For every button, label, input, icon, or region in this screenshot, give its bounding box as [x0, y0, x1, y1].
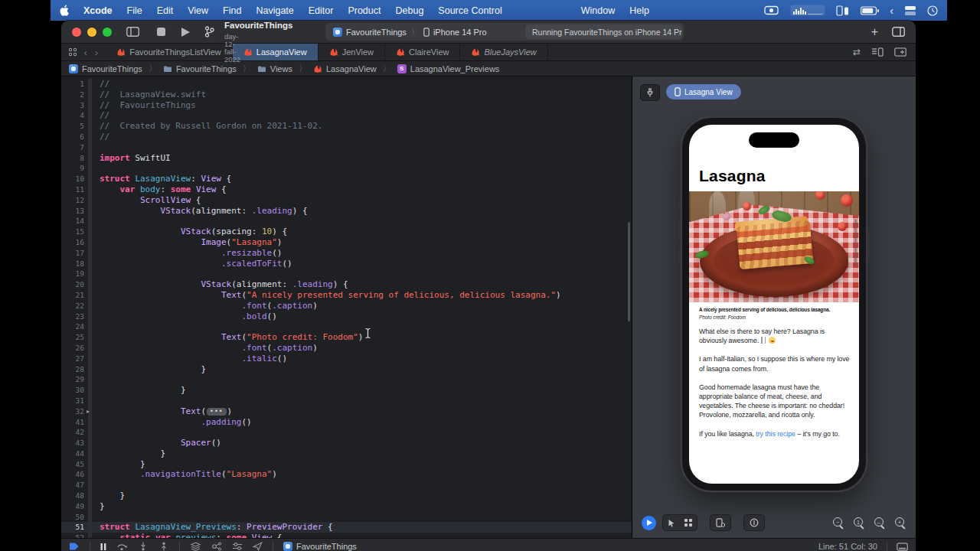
- line-number[interactable]: 7: [61, 142, 88, 153]
- apple-menu[interactable]: [60, 5, 70, 16]
- code-line[interactable]: 16 Image("Lasagna"): [61, 237, 632, 248]
- device-settings-button[interactable]: [710, 514, 731, 531]
- menu-view[interactable]: View: [188, 5, 208, 16]
- line-number[interactable]: 49: [61, 501, 88, 512]
- line-number[interactable]: 47: [61, 480, 88, 491]
- code-line[interactable]: 4//: [61, 110, 632, 121]
- zoom-in-button[interactable]: +: [894, 517, 906, 529]
- zoom-to-fit-button[interactable]: ↔: [874, 517, 886, 529]
- line-number[interactable]: 28: [61, 364, 88, 375]
- code-line[interactable]: 43 Spacer(): [61, 438, 632, 448]
- live-preview-button[interactable]: [642, 516, 656, 530]
- code-line[interactable]: 21 Text("A nicely presented serving of d…: [61, 290, 632, 301]
- line-number[interactable]: 11: [61, 184, 88, 195]
- code-line[interactable]: 41 .padding(): [61, 417, 632, 428]
- menu-product[interactable]: Product: [348, 5, 381, 16]
- battery-icon[interactable]: [861, 6, 879, 15]
- line-number[interactable]: 32: [61, 406, 88, 417]
- display-arrangement-icon[interactable]: [904, 5, 916, 16]
- breadcrumb-item-lasagnaview-previews[interactable]: SLasagnaView_Previews: [397, 64, 500, 73]
- code-line[interactable]: 32▸ Text(•••): [61, 406, 632, 417]
- code-line[interactable]: 10struct LasagnaView: View {: [61, 174, 632, 184]
- code-line[interactable]: 29: [61, 374, 632, 385]
- line-number[interactable]: 10: [61, 174, 88, 184]
- code-line[interactable]: 48 }: [61, 491, 632, 501]
- code-line[interactable]: 42: [61, 427, 632, 438]
- code-line[interactable]: 6//: [61, 132, 632, 142]
- iphone-screen[interactable]: Lasagna: [689, 125, 859, 484]
- line-number[interactable]: 1: [61, 79, 88, 90]
- line-number[interactable]: 2: [61, 90, 88, 100]
- line-number[interactable]: 41: [61, 417, 88, 428]
- code-line[interactable]: 27 .italic(): [61, 354, 632, 364]
- code-line[interactable]: 2// LasagnaView.swift: [61, 90, 632, 100]
- line-number[interactable]: 8: [61, 153, 88, 164]
- code-line[interactable]: 25 Text("Photo credit: Foodom"): [61, 332, 632, 343]
- line-number[interactable]: 4: [61, 110, 88, 121]
- line-number[interactable]: 31: [61, 396, 88, 406]
- line-number[interactable]: 51: [61, 522, 88, 533]
- line-number[interactable]: 14: [61, 216, 88, 227]
- zoom-out-button[interactable]: −: [832, 517, 844, 529]
- line-number[interactable]: 20: [61, 279, 88, 290]
- code-line[interactable]: 14: [61, 216, 632, 227]
- line-number[interactable]: 16: [61, 237, 88, 248]
- code-line[interactable]: 15 VStack(spacing: 10) {: [61, 227, 632, 237]
- code-line[interactable]: 44 }: [61, 448, 632, 459]
- code-line[interactable]: 13 VStack(alignment: .leading) {: [61, 206, 632, 217]
- navigator-sidebar-toggle[interactable]: [126, 27, 139, 37]
- code-line[interactable]: 7: [61, 142, 632, 153]
- tab-bluejaysview[interactable]: BlueJaysView: [460, 44, 547, 60]
- code-line[interactable]: 20 VStack(alignment: .leading) {: [61, 279, 632, 290]
- code-line[interactable]: 11 var body: some View {: [61, 184, 632, 195]
- cpu-monitor-widget[interactable]: [790, 5, 825, 16]
- code-line[interactable]: 45 }: [61, 459, 632, 470]
- code-editor[interactable]: 1//2// LasagnaView.swift3// FavouriteThi…: [61, 77, 632, 538]
- line-number[interactable]: 19: [61, 269, 88, 279]
- run-button[interactable]: [181, 28, 190, 37]
- minimize-button[interactable]: [87, 28, 96, 37]
- adjust-editor-options-icon[interactable]: [871, 47, 884, 57]
- menu-edit[interactable]: Edit: [157, 5, 174, 16]
- line-number[interactable]: 9: [61, 163, 88, 174]
- code-line[interactable]: 51struct LasagnaView_Previews: PreviewPr…: [61, 522, 632, 533]
- line-number[interactable]: 46: [61, 469, 88, 480]
- simulate-location-button[interactable]: [253, 542, 263, 551]
- line-number[interactable]: 18: [61, 259, 88, 269]
- menu-file[interactable]: File: [127, 5, 142, 16]
- editor-only-mode-icon[interactable]: [897, 543, 908, 551]
- menu-editor[interactable]: Editor: [309, 5, 334, 16]
- preview-name-pill[interactable]: Lasagna View: [666, 84, 741, 99]
- zoom-actual-size-button[interactable]: 1: [853, 517, 865, 529]
- stop-button[interactable]: [157, 28, 165, 36]
- code-line[interactable]: 26 .font(.caption): [61, 343, 632, 354]
- line-number[interactable]: 24: [61, 321, 88, 332]
- code-line[interactable]: 47: [61, 480, 632, 491]
- breadcrumb-item-favouritethings[interactable]: FavouriteThings: [69, 64, 142, 73]
- code-line[interactable]: 24: [61, 321, 632, 332]
- code-line[interactable]: 18 .scaledToFit(): [61, 259, 632, 269]
- step-over-button[interactable]: [116, 542, 128, 551]
- tab-lasagnaview[interactable]: LasagnaView: [233, 44, 318, 60]
- scheme-selector[interactable]: FavouriteThings 〉 iPhone 14 Pro: [325, 27, 495, 37]
- code-line[interactable]: 17 .resizable(): [61, 248, 632, 259]
- breadcrumb-item-lasagnaview[interactable]: LasagnaView: [313, 64, 377, 73]
- line-number[interactable]: 17: [61, 248, 88, 259]
- pin-preview-button[interactable]: [640, 84, 660, 101]
- line-number[interactable]: 48: [61, 491, 88, 501]
- recipe-link[interactable]: try this recipe: [756, 430, 795, 438]
- close-button[interactable]: [72, 28, 81, 37]
- running-process-chip[interactable]: FavouriteThings: [283, 542, 357, 551]
- code-line[interactable]: 50: [61, 512, 632, 523]
- code-line[interactable]: 12 ScrollView {: [61, 195, 632, 206]
- code-line[interactable]: 19: [61, 269, 632, 279]
- code-line[interactable]: 52 static var previews: some View {: [61, 533, 632, 538]
- breadcrumb-item-views[interactable]: Views: [257, 64, 292, 73]
- breakpoints-toggle-button[interactable]: [69, 542, 80, 551]
- line-number[interactable]: 3: [61, 100, 88, 111]
- code-line[interactable]: 23 .bold(): [61, 311, 632, 322]
- view-hierarchy-button[interactable]: [190, 542, 201, 551]
- line-number[interactable]: 45: [61, 459, 88, 470]
- line-number[interactable]: 21: [61, 290, 88, 301]
- line-number[interactable]: 26: [61, 343, 88, 354]
